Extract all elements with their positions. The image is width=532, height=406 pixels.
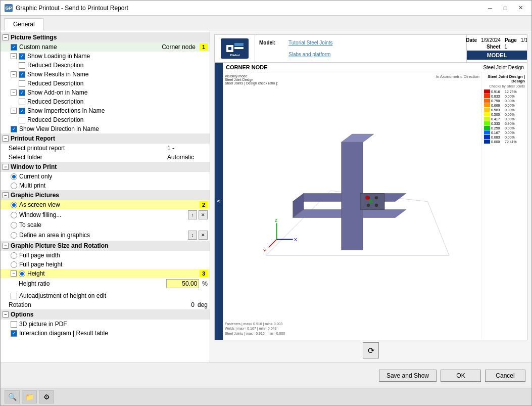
legend-item: 0.000 72.41% (484, 140, 525, 144)
show-results-checkbox[interactable] (19, 71, 25, 78)
full-page-height-row: Full page height (1, 260, 210, 269)
page-label: Page (505, 37, 517, 43)
svg-rect-4 (234, 47, 244, 49)
info-line3: Steel Joints | max= 0.916 | min= 0.000 (225, 331, 285, 336)
main-content: − Picture Settings Custom name Corner no… (1, 30, 531, 363)
restore-button[interactable]: □ (498, 3, 512, 14)
legend-item: 0.583 0.00% (484, 108, 525, 112)
to-scale-label: To scale (19, 221, 208, 229)
pdf-3d-checkbox[interactable] (11, 321, 17, 328)
options-toggle[interactable]: − (3, 311, 9, 318)
as-screen-view-radio[interactable] (11, 202, 17, 208)
pdf-3d-row: 3D picture in PDF (1, 320, 210, 329)
preview-meta: Model: Tutorial Steel Joints Slabs and p… (255, 35, 466, 62)
legend-color-swatch (484, 112, 490, 116)
window-filling-btn1[interactable]: ↕ (188, 210, 197, 219)
svg-point-18 (375, 196, 378, 199)
right-panel: Dlubal Model: Tutorial Steel Joints Slab… (210, 30, 531, 363)
height-ratio-input[interactable] (166, 279, 199, 288)
show-loading-row: − Show Loading in Name (1, 52, 210, 61)
save-and-show-button[interactable]: Save and Show (379, 370, 437, 382)
full-page-height-radio[interactable] (11, 261, 17, 268)
current-only-radio[interactable] (11, 173, 17, 180)
show-imperfections-toggle[interactable]: − (11, 108, 17, 114)
legend-item: 0.083 0.00% (484, 135, 525, 139)
reduced-desc1-checkbox[interactable] (19, 62, 25, 69)
show-view-direction-checkbox[interactable] (11, 126, 17, 132)
graphic-size-toggle[interactable]: − (3, 243, 9, 249)
reduced-desc4-checkbox[interactable] (19, 117, 25, 123)
height-label: Height (27, 270, 196, 277)
show-results-toggle[interactable]: − (11, 71, 17, 77)
printout-report-toggle[interactable]: − (3, 136, 9, 142)
svg-text:Dlubal: Dlubal (230, 54, 239, 57)
section-letter: A (215, 63, 223, 340)
current-only-label: Current only (19, 173, 208, 180)
show-addon-checkbox[interactable] (19, 89, 25, 96)
interaction-diagram-row: Interaction diagram | Result table (1, 329, 210, 338)
define-area-radio[interactable] (11, 232, 17, 239)
minimize-button[interactable]: ─ (483, 3, 497, 14)
define-area-row: Define an area in graphics ↕ ✕ (1, 230, 210, 241)
custom-name-checkbox[interactable] (11, 44, 17, 51)
reduced-desc3-row: Reduced Description (1, 97, 210, 106)
legend-value: 0.833 (491, 95, 504, 98)
autoadjust-checkbox[interactable] (11, 293, 17, 299)
legend-color-swatch (484, 121, 490, 125)
show-loading-checkbox[interactable] (19, 53, 25, 60)
tab-general[interactable]: General (5, 18, 43, 30)
legend-color-swatch (484, 103, 490, 107)
rotation-value: 0 (191, 301, 195, 308)
multi-print-radio[interactable] (11, 183, 17, 189)
refresh-button[interactable]: ⟳ (363, 342, 379, 358)
legend-item: 0.167 0.00% (484, 130, 525, 134)
define-area-btn1[interactable]: ↕ (188, 231, 197, 240)
cancel-button[interactable]: Cancel (485, 370, 525, 382)
svg-rect-3 (234, 43, 244, 46)
to-scale-row: To scale (1, 220, 210, 230)
meta-row-1: Model: Tutorial Steel Joints (259, 40, 462, 46)
taskbar-settings-btn[interactable]: ⚙ (39, 390, 54, 403)
define-area-btn2[interactable]: ✕ (199, 231, 208, 240)
reduced-desc4-row: Reduced Description (1, 115, 210, 124)
svg-point-20 (375, 204, 378, 207)
svg-point-21 (365, 196, 370, 200)
reduced-desc2-checkbox[interactable] (19, 80, 25, 87)
preview-title-row: CORNER NODE Steel Joint Design (223, 63, 527, 72)
to-scale-radio[interactable] (11, 222, 17, 229)
taskbar-search-btn[interactable]: 🔍 (5, 390, 20, 403)
reduced-desc3-label: Reduced Description (27, 98, 208, 105)
svg-text:X: X (294, 237, 298, 242)
window-filling-radio[interactable] (11, 212, 17, 218)
preview-area: Dlubal Model: Tutorial Steel Joints Slab… (214, 34, 527, 340)
graphic-pictures-label: Graphic Pictures (11, 192, 59, 199)
window-filling-btn2[interactable]: ✕ (199, 210, 208, 219)
app-icon: GP (5, 4, 13, 12)
show-addon-toggle[interactable]: − (11, 89, 17, 96)
legend-value: 0.000 (491, 140, 504, 144)
full-page-width-radio[interactable] (11, 252, 17, 259)
ok-button[interactable]: OK (441, 370, 481, 382)
sheet-info-row: Sheet 1 (487, 44, 507, 50)
height-ratio-label: Height ratio (19, 280, 164, 287)
options-header: − Options (1, 309, 210, 320)
legend-color-swatch (484, 130, 490, 134)
preview-content: A CORNER NODE Steel Joint Design In Axon… (215, 63, 527, 340)
height-radio[interactable] (19, 270, 25, 277)
window-to-print-toggle[interactable]: − (3, 164, 9, 170)
meta-row-2: Slabs and platform (259, 52, 462, 57)
reduced-desc4-label: Reduced Description (27, 116, 208, 123)
legend-color-swatch (484, 99, 490, 103)
picture-settings-toggle[interactable]: − (3, 34, 9, 40)
info-line1: Fasteners | max= 0.916 | min= 0.003 (225, 322, 285, 327)
show-loading-toggle[interactable]: − (11, 53, 17, 59)
reduced-desc3-checkbox[interactable] (19, 99, 25, 105)
height-toggle[interactable]: − (11, 270, 17, 277)
interaction-diagram-checkbox[interactable] (11, 330, 17, 337)
taskbar-folder-btn[interactable]: 📁 (22, 390, 37, 403)
select-folder-value: Automatic (167, 154, 208, 161)
graphic-pictures-toggle[interactable]: − (3, 192, 9, 198)
height-badge: 3 (200, 270, 208, 277)
close-button[interactable]: ✕ (513, 3, 527, 14)
show-imperfections-checkbox[interactable] (19, 108, 25, 114)
